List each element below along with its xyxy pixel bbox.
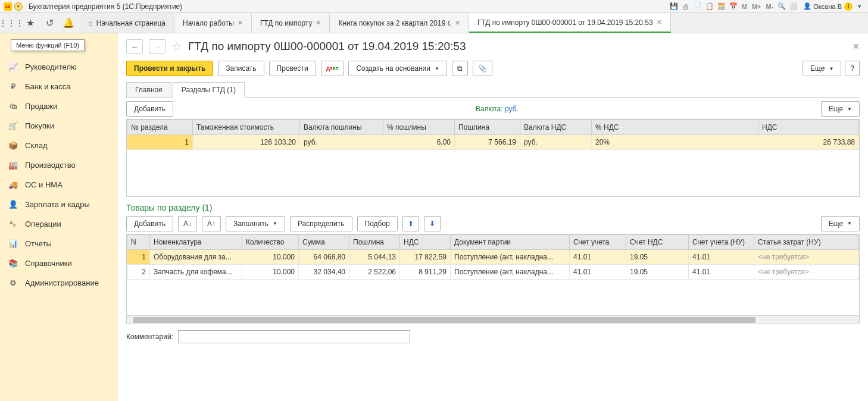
col-duty-pct[interactable]: % пошлины (383, 120, 455, 135)
sidebar-item-admin[interactable]: ⚙Администрирование (0, 273, 118, 293)
goods-add-button[interactable]: Добавить (126, 216, 173, 231)
col-vat[interactable]: НДС (400, 234, 451, 249)
sidebar-item-manager[interactable]: 📈Руководителю (0, 57, 118, 77)
sidebar-item-catalogs[interactable]: 📚Справочники (0, 253, 118, 273)
print-preview-icon[interactable]: 📄 (693, 2, 702, 11)
goods-row[interactable]: 1Оборудования для за...10,00064 068,805 … (127, 249, 859, 264)
cell-duty[interactable]: 5 044,13 (349, 249, 400, 264)
section-row[interactable]: 1 126 103,20 руб. 6,00 7 566,19 руб. 20%… (127, 135, 859, 150)
col-nomenclature[interactable]: Номенклатура (150, 234, 242, 249)
nav-back-button[interactable]: ← (126, 39, 143, 54)
col-duty[interactable]: Пошлина (349, 234, 400, 249)
cell-sum[interactable]: 32 034,40 (299, 264, 349, 279)
sidebar-item-payroll[interactable]: 👤Зарплата и кадры (0, 195, 118, 214)
window-icon[interactable]: ⬜ (789, 2, 798, 11)
favorite-star-icon[interactable]: ☆ (171, 39, 182, 54)
sidebar-item-operations[interactable]: ᴬₖОперации (0, 214, 118, 234)
goods-pick-button[interactable]: Подбор (357, 216, 398, 231)
horizontal-scrollbar[interactable] (127, 315, 859, 324)
sidebar-item-bank[interactable]: ₽Банк и касса (0, 77, 118, 96)
close-icon[interactable]: ✕ (455, 19, 460, 27)
col-duty[interactable]: Пошлина (455, 120, 520, 135)
col-batch-doc[interactable]: Документ партии (451, 234, 570, 249)
cell-sum[interactable]: 64 068,80 (299, 249, 349, 264)
currency-link[interactable]: руб. (505, 105, 519, 113)
col-duty-currency[interactable]: Валюта пошлины (300, 120, 383, 135)
col-vat-account[interactable]: Счет НДС (626, 234, 689, 249)
cell-n[interactable]: 2 (127, 264, 150, 279)
cell-n[interactable]: 1 (127, 249, 150, 264)
cell-qty[interactable]: 10,000 (242, 249, 299, 264)
sections-add-button[interactable]: Добавить (126, 101, 173, 117)
dtkt-button[interactable]: ДтКт (321, 61, 344, 76)
cell-vat-currency[interactable]: руб. (520, 135, 592, 150)
cell-duty[interactable]: 2 522,06 (349, 264, 400, 279)
cell-account-nu[interactable]: 41.01 (689, 264, 754, 279)
save-disk-icon[interactable]: 💾 (669, 2, 679, 11)
post-and-close-button[interactable]: Провести и закрыть (126, 61, 213, 76)
cell-vat[interactable]: 26 733,88 (758, 135, 859, 150)
cell-batch-doc[interactable]: Поступление (акт, накладна... (451, 249, 570, 264)
cell-qty[interactable]: 10,000 (242, 264, 299, 279)
cell-vat-pct[interactable]: 20% (592, 135, 758, 150)
goods-more-button[interactable]: Еще▼ (821, 216, 860, 231)
cell-nomenclature[interactable]: Оборудования для за... (150, 249, 242, 264)
col-qty[interactable]: Количество (242, 234, 299, 249)
attachment-icon-button[interactable]: 📎 (473, 61, 492, 76)
tab-gtd[interactable]: ГТД по импорту ✕ (252, 13, 330, 33)
cell-cost-item[interactable]: <не требуется> (754, 249, 859, 264)
col-section-num[interactable]: № раздела (127, 120, 193, 135)
notifications-icon[interactable]: 🔔 (60, 14, 77, 32)
cell-vat[interactable]: 8 911,29 (400, 264, 451, 279)
history-icon[interactable]: ↺ (40, 14, 58, 32)
structure-icon-button[interactable]: ⧉ (452, 61, 468, 76)
col-vat[interactable]: НДС (758, 120, 859, 135)
cell-batch-doc[interactable]: Поступление (акт, накладна... (451, 264, 570, 279)
move-up-button[interactable]: ⬆ (402, 216, 419, 231)
close-icon[interactable]: ✕ (238, 19, 243, 27)
cell-customs-value[interactable]: 126 103,20 (193, 135, 300, 150)
cell-vat[interactable]: 17 822,59 (400, 249, 451, 264)
user-label[interactable]: 👤 Оксана В (803, 2, 842, 10)
close-doc-button[interactable]: ✕ (853, 42, 860, 51)
col-n[interactable]: N (127, 234, 150, 249)
col-account[interactable]: Счет учета (570, 234, 626, 249)
sidebar-item-reports[interactable]: 📊Отчеты (0, 234, 118, 253)
cell-duty-currency[interactable]: руб. (300, 135, 383, 150)
print-icon[interactable]: 🖨 (681, 2, 691, 11)
sections-more-button[interactable]: Еще▼ (821, 101, 860, 117)
col-cost-item[interactable]: Статья затрат (НУ) (754, 234, 859, 249)
cell-vat-account[interactable]: 19.05 (626, 249, 689, 264)
apps-grid-icon[interactable]: ⋮⋮⋮ (2, 14, 20, 32)
tab-gtd-doc[interactable]: ГТД по импорту 0Ш00-000001 от 19.04.2019… (469, 13, 671, 33)
help-button[interactable]: ? (845, 61, 860, 76)
cell-account[interactable]: 41.01 (570, 249, 626, 264)
info-icon[interactable]: i (844, 2, 853, 11)
cell-account-nu[interactable]: 41.01 (689, 249, 754, 264)
sort-asc-button[interactable]: A↓ (178, 216, 197, 231)
sidebar-item-assets[interactable]: 🚚ОС и НМА (0, 175, 118, 195)
col-vat-currency[interactable]: Валюта НДС (520, 120, 592, 135)
goods-row[interactable]: 2Запчасть для кофема...10,00032 034,402 … (127, 264, 859, 279)
cell-cost-item[interactable]: <не требуется> (754, 264, 859, 279)
cell-nomenclature[interactable]: Запчасть для кофема... (150, 264, 242, 279)
col-vat-pct[interactable]: % НДС (592, 120, 758, 135)
col-customs-value[interactable]: Таможенная стоимость (193, 120, 300, 135)
tab-start[interactable]: Начало работы ✕ (174, 13, 252, 33)
m-minus-button[interactable]: M- (764, 3, 775, 10)
col-sum[interactable]: Сумма (299, 234, 349, 249)
favorites-icon[interactable]: ★ (21, 14, 39, 32)
save-button[interactable]: Записать (218, 61, 264, 76)
col-account-nu[interactable]: Счет учета (НУ) (689, 234, 754, 249)
app-menu-dropdown[interactable]: ▾ (14, 2, 23, 11)
sidebar-item-warehouse[interactable]: 📦Склад (0, 136, 118, 155)
m-button[interactable]: M (741, 3, 748, 10)
cell-num[interactable]: 1 (127, 135, 193, 150)
m-plus-button[interactable]: M+ (751, 3, 763, 10)
sort-desc-button[interactable]: A↑ (202, 216, 221, 231)
cell-duty-pct[interactable]: 6,00 (383, 135, 455, 150)
cell-account[interactable]: 41.01 (570, 264, 626, 279)
zoom-icon[interactable]: 🔍 (777, 2, 786, 11)
calculator-icon[interactable]: 🧮 (717, 2, 726, 11)
tab-purchases-book[interactable]: Книга покупок за 2 квартал 2019 г. ✕ (330, 13, 469, 33)
